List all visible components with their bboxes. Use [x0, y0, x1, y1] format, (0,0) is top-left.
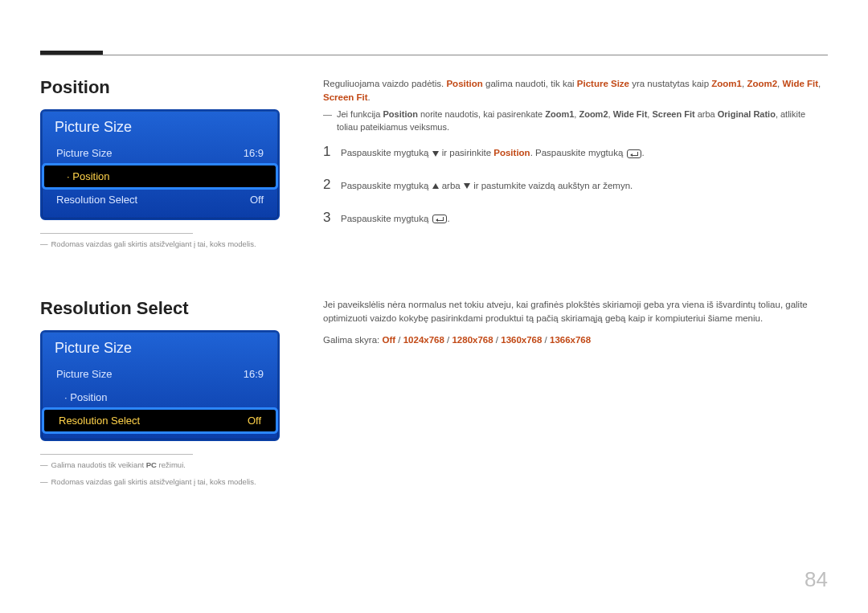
resolution-options: Galima skyra: Off / 1024x768 / 1280x768 …: [323, 333, 828, 347]
steps-list: 1 Paspauskite mygtuką ir pasirinkite Pos…: [323, 142, 828, 227]
section-title: Position: [40, 77, 281, 98]
section-resolution-select: Resolution Select Picture Size Picture S…: [40, 298, 828, 488]
divider: [40, 233, 193, 234]
right-column: Reguliuojama vaizdo padėtis. Position ga…: [323, 77, 828, 250]
osd-menu-box: Picture Size Picture Size 16:9 Position …: [40, 109, 280, 220]
osd-menu-title: Picture Size: [42, 111, 278, 142]
osd-row-resolution-select[interactable]: Resolution Select Off: [44, 410, 276, 431]
osd-menu-box: Picture Size Picture Size 16:9 Position …: [40, 330, 280, 441]
divider: [40, 454, 193, 455]
section-title: Resolution Select: [40, 298, 281, 319]
enter-icon: [432, 215, 447, 223]
osd-row-label: Position: [64, 391, 107, 403]
osd-row-position[interactable]: Position: [44, 166, 276, 187]
osd-row-picture-size[interactable]: Picture Size 16:9: [42, 363, 278, 385]
header-rule: [40, 55, 828, 55]
osd-row-value: Off: [250, 194, 264, 206]
intro-text: Reguliuojama vaizdo padėtis. Position ga…: [323, 77, 828, 104]
osd-row-label: Picture Size: [56, 147, 112, 159]
intro-text: Jei paveikslėlis nėra normalus net tokiu…: [323, 298, 828, 325]
enter-icon: [627, 149, 641, 158]
left-column: Position Picture Size Picture Size 16:9 …: [40, 77, 281, 250]
osd-row-value: 16:9: [244, 147, 264, 159]
footnote-pc-mode: ―Galima naudotis tik veikiant PC režimui…: [40, 460, 281, 471]
osd-row-label: Position: [67, 170, 109, 182]
page-number: 84: [805, 567, 828, 592]
osd-row-resolution-select[interactable]: Resolution Select Off: [42, 189, 278, 210]
osd-row-label: Resolution Select: [59, 415, 140, 427]
right-column: Jei paveikslėlis nėra normalus net tokiu…: [323, 298, 828, 488]
manual-page: Position Picture Size Picture Size 16:9 …: [0, 0, 868, 613]
section-position: Position Picture Size Picture Size 16:9 …: [40, 77, 828, 250]
step-3: 3 Paspauskite mygtuką .: [323, 208, 828, 228]
osd-row-label: Resolution Select: [56, 194, 137, 206]
osd-row-value: Off: [248, 415, 261, 427]
down-arrow-icon: [432, 151, 439, 157]
osd-row-value: 16:9: [244, 368, 264, 380]
note-line: ― Jei funkcija Position norite naudotis,…: [323, 108, 828, 134]
osd-row-label: Picture Size: [56, 368, 112, 380]
left-column: Resolution Select Picture Size Picture S…: [40, 298, 281, 488]
footnote: ―Rodomas vaizdas gali skirtis atsižvelgi…: [40, 476, 281, 488]
footnote: ―Rodomas vaizdas gali skirtis atsižvelgi…: [40, 239, 281, 250]
step-2: 2 Paspauskite mygtuką arba ir pastumkite…: [323, 175, 828, 195]
step-1: 1 Paspauskite mygtuką ir pasirinkite Pos…: [323, 142, 828, 162]
osd-row-picture-size[interactable]: Picture Size 16:9: [42, 142, 278, 164]
osd-menu-title: Picture Size: [42, 332, 278, 363]
osd-row-position[interactable]: Position: [42, 386, 278, 408]
down-arrow-icon: [464, 183, 470, 189]
up-arrow-icon: [432, 183, 439, 189]
header-active-mark: [40, 51, 103, 55]
